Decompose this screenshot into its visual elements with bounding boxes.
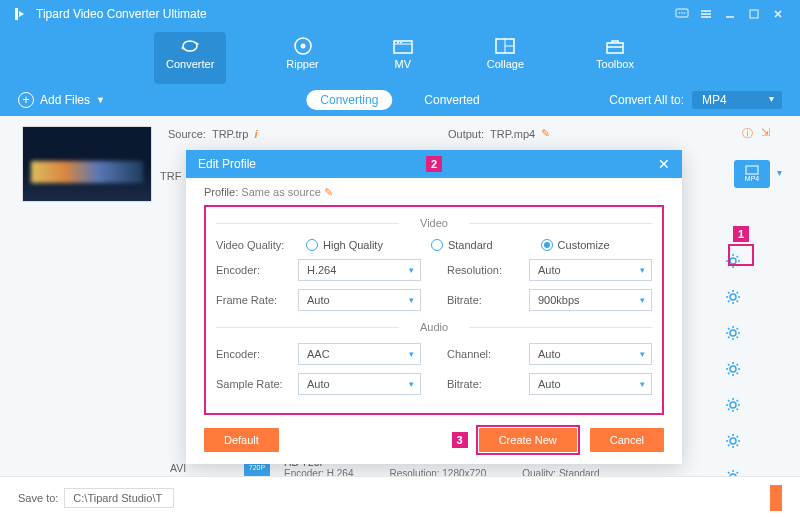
nav-toolbox[interactable]: Toolbox <box>584 32 646 84</box>
output-format-select[interactable]: MP4 <box>692 91 782 109</box>
svg-rect-7 <box>394 41 412 53</box>
source-filename: TRP.trp <box>212 128 248 140</box>
maximize-icon[interactable] <box>742 2 766 26</box>
output-filename: TRP.mp4 <box>490 128 535 140</box>
video-thumbnail[interactable] <box>22 126 152 202</box>
edit-profile-dialog: Edit Profile 2 ✕ Profile: Same as source… <box>186 150 682 464</box>
ripper-icon <box>291 36 315 56</box>
video-encoder-select[interactable]: H.264 <box>298 259 421 281</box>
resolution-label: Resolution: <box>447 264 529 276</box>
create-new-button[interactable]: Create New <box>479 428 577 452</box>
bottom-bar: Save to: C:\Tipard Studio\T <box>0 476 800 518</box>
nav-collage[interactable]: Collage <box>475 32 536 84</box>
framerate-select[interactable]: Auto <box>298 289 421 311</box>
dialog-title: Edit Profile <box>198 157 256 171</box>
default-button[interactable]: Default <box>204 428 279 452</box>
gear-icon[interactable] <box>724 432 742 450</box>
svg-rect-12 <box>746 166 758 174</box>
svg-point-16 <box>730 366 736 372</box>
app-title: Tipard Video Converter Ultimate <box>36 7 670 21</box>
annotation-box-2: Video Video Quality: High Quality Standa… <box>204 205 664 415</box>
collage-icon <box>493 36 517 56</box>
add-files-button[interactable]: + Add Files ▼ <box>18 92 105 108</box>
svg-point-8 <box>397 42 399 44</box>
radio-standard[interactable]: Standard <box>431 239 493 251</box>
info-tool-icon[interactable]: ⓘ <box>742 126 753 141</box>
svg-point-15 <box>730 330 736 336</box>
convert-all-button[interactable] <box>770 485 782 511</box>
file-format-label: TRF <box>160 170 181 182</box>
resolution-select[interactable]: Auto <box>529 259 652 281</box>
gear-icon[interactable] <box>724 324 742 342</box>
radio-customize[interactable]: Customize <box>541 239 610 251</box>
minimize-icon[interactable] <box>718 2 742 26</box>
radio-high-quality[interactable]: High Quality <box>306 239 383 251</box>
gear-icon[interactable] <box>724 252 742 270</box>
source-label: Source: <box>168 128 206 140</box>
output-label: Output: <box>448 128 484 140</box>
cancel-button[interactable]: Cancel <box>590 428 664 452</box>
item-format-button[interactable]: MP4 <box>734 160 770 188</box>
save-path-field[interactable]: C:\Tipard Studio\T <box>64 488 174 508</box>
close-icon[interactable] <box>766 2 790 26</box>
nav-ripper[interactable]: Ripper <box>274 32 330 84</box>
profile-value: Same as source <box>241 186 320 198</box>
main-area: TRF Source: TRP.trp i Output: TRP.mp4 ✎ … <box>0 116 800 518</box>
edit-profile-name-icon[interactable]: ✎ <box>324 186 333 198</box>
main-nav: Converter Ripper MV Collage Toolbox <box>0 28 800 84</box>
audio-section-label: Audio <box>216 321 652 333</box>
app-logo-icon <box>10 5 28 23</box>
annotation-box-3: Create New <box>476 425 580 455</box>
svg-point-13 <box>730 258 736 264</box>
framerate-label: Frame Rate: <box>216 294 298 306</box>
audio-bitrate-select[interactable]: Auto <box>529 373 652 395</box>
video-section-label: Video <box>216 217 652 229</box>
mv-icon <box>391 36 415 56</box>
tab-converting[interactable]: Converting <box>306 90 392 110</box>
svg-point-6 <box>300 44 305 49</box>
nav-converter[interactable]: Converter <box>154 32 226 84</box>
svg-point-3 <box>684 12 686 14</box>
sub-bar: + Add Files ▼ Converting Converted Conve… <box>0 84 800 116</box>
audio-encoder-label: Encoder: <box>216 348 298 360</box>
title-bar: Tipard Video Converter Ultimate <box>0 0 800 28</box>
save-to-label: Save to: <box>18 492 58 504</box>
gear-icon[interactable] <box>724 360 742 378</box>
svg-point-18 <box>730 438 736 444</box>
svg-point-2 <box>681 12 683 14</box>
svg-point-9 <box>400 42 402 44</box>
channel-label: Channel: <box>447 348 529 360</box>
svg-rect-11 <box>607 43 623 53</box>
plus-icon: + <box>18 92 34 108</box>
file-info-row: Source: TRP.trp i Output: TRP.mp4 ✎ ⓘ ⇲ <box>168 126 770 141</box>
info-icon[interactable]: i <box>254 128 257 140</box>
svg-rect-4 <box>750 10 758 18</box>
video-quality-label: Video Quality: <box>216 239 306 251</box>
dialog-close-icon[interactable]: ✕ <box>658 156 670 172</box>
channel-select[interactable]: Auto <box>529 343 652 365</box>
gear-icon[interactable] <box>724 288 742 306</box>
toolbox-icon <box>603 36 627 56</box>
convert-all-label: Convert All to: <box>609 93 684 107</box>
audio-encoder-select[interactable]: AAC <box>298 343 421 365</box>
converter-icon <box>178 36 202 56</box>
edit-output-icon[interactable]: ✎ <box>541 127 550 140</box>
svg-point-17 <box>730 402 736 408</box>
annotation-marker-2: 2 <box>426 156 442 172</box>
video-bitrate-input[interactable]: 900kbps <box>529 289 652 311</box>
video-bitrate-label: Bitrate: <box>447 294 529 306</box>
svg-point-1 <box>679 12 681 14</box>
audio-bitrate-label: Bitrate: <box>447 378 529 390</box>
tab-converted[interactable]: Converted <box>410 90 493 110</box>
profile-label: Profile: <box>204 186 238 198</box>
compress-tool-icon[interactable]: ⇲ <box>761 126 770 141</box>
samplerate-select[interactable]: Auto <box>298 373 421 395</box>
samplerate-label: Sample Rate: <box>216 378 298 390</box>
svg-point-14 <box>730 294 736 300</box>
gear-icon[interactable] <box>724 396 742 414</box>
settings-gear-column <box>724 252 742 486</box>
feedback-icon[interactable] <box>670 2 694 26</box>
chevron-down-icon: ▼ <box>96 95 105 105</box>
nav-mv[interactable]: MV <box>379 32 427 84</box>
menu-icon[interactable] <box>694 2 718 26</box>
